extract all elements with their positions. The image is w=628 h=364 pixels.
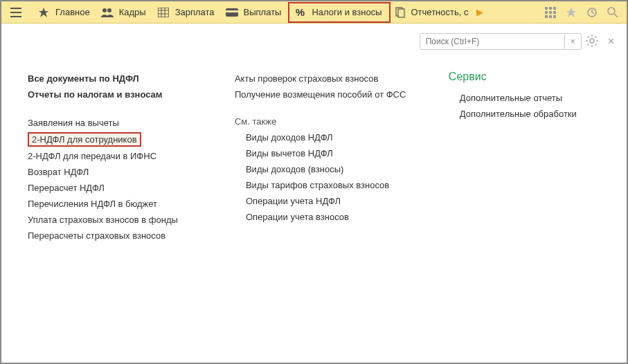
- history-icon[interactable]: [585, 6, 599, 19]
- link-insurance-recalc[interactable]: Перерасчеты страховых взносов: [28, 228, 214, 244]
- nav-label: Кадры: [119, 7, 146, 17]
- link-contribution-operations[interactable]: Операции учета взносов: [235, 209, 428, 225]
- main-toolbar: Главное Кадры Зарплата Выплаты % Налоги …: [1, 1, 627, 24]
- nav-more-arrow[interactable]: ▶: [472, 7, 487, 17]
- svg-line-27: [592, 12, 594, 14]
- column-ndfl: Все документы по НДФЛ Отчеты по налогам …: [28, 71, 214, 244]
- nav-zarplata[interactable]: Зарплата: [153, 2, 222, 23]
- svg-rect-0: [10, 8, 21, 9]
- link-insurance-audit-acts[interactable]: Акты проверок страховых взносов: [235, 71, 428, 87]
- link-deduction-applications[interactable]: Заявления на вычеты: [28, 115, 214, 131]
- nav-label: Зарплата: [175, 7, 215, 17]
- svg-line-38: [595, 36, 596, 37]
- svg-rect-15: [545, 7, 548, 10]
- svg-point-30: [590, 39, 594, 43]
- close-icon[interactable]: ×: [608, 35, 614, 48]
- nav-otchetnost[interactable]: Отчетность, с: [391, 2, 472, 23]
- svg-rect-6: [158, 8, 169, 17]
- link-tax-reports[interactable]: Отчеты по налогам и взносам: [28, 87, 214, 102]
- wallet-icon: [226, 6, 238, 19]
- favorite-icon[interactable]: [564, 6, 578, 19]
- star-icon: [37, 6, 50, 19]
- link-ndfl-operations[interactable]: Операции учета НДФЛ: [235, 193, 428, 209]
- link-2ndfl-employees[interactable]: 2-НДФЛ для сотрудников: [28, 132, 141, 147]
- link-fss-reimbursement[interactable]: Получение возмещения пособий от ФСС: [235, 87, 428, 102]
- content-area: × × Все документы по НДФЛ Отчеты по нало…: [1, 24, 627, 363]
- link-ndfl-recalc[interactable]: Перерасчет НДФЛ: [28, 180, 214, 196]
- link-insurance-payments[interactable]: Уплата страховых взносов в фонды: [28, 212, 214, 228]
- nav-kadry[interactable]: Кадры: [97, 2, 153, 23]
- gear-icon[interactable]: [586, 35, 598, 49]
- svg-point-4: [102, 8, 107, 12]
- svg-rect-20: [553, 11, 556, 14]
- link-contribution-income-types[interactable]: Виды доходов (взносы): [235, 161, 428, 177]
- svg-marker-24: [566, 8, 576, 17]
- search-box: ×: [420, 33, 582, 50]
- svg-line-37: [587, 44, 589, 45]
- svg-rect-1: [10, 12, 21, 13]
- search-icon[interactable]: [606, 6, 620, 19]
- link-insurance-tariff-types[interactable]: Виды тарифов страховых взносов: [235, 177, 428, 193]
- column-service: Сервис Дополнительные отчеты Дополнитель…: [449, 71, 600, 244]
- link-ndfl-budget[interactable]: Перечисления НДФЛ в бюджет: [28, 196, 214, 212]
- svg-point-28: [608, 8, 615, 15]
- svg-point-5: [107, 8, 111, 12]
- svg-rect-2: [10, 16, 21, 17]
- svg-rect-12: [226, 10, 238, 12]
- svg-line-35: [587, 36, 589, 37]
- people-icon: [101, 6, 114, 19]
- svg-rect-18: [545, 11, 548, 14]
- hamburger-icon: [10, 6, 22, 19]
- nav-label: Выплаты: [244, 7, 282, 17]
- svg-rect-19: [549, 11, 552, 14]
- svg-rect-14: [398, 9, 404, 17]
- nav-vyplaty[interactable]: Выплаты: [222, 2, 289, 23]
- see-also-header: См. также: [235, 113, 428, 129]
- search-clear-button[interactable]: ×: [565, 33, 582, 50]
- apps-icon[interactable]: [544, 6, 557, 19]
- nav-main[interactable]: Главное: [33, 2, 97, 23]
- toolbar-right: [544, 6, 624, 19]
- documents-icon: [395, 6, 406, 19]
- link-2ndfl-ifns[interactable]: 2-НДФЛ для передачи в ИФНС: [28, 148, 214, 164]
- nav-label: Налоги и взносы: [312, 7, 382, 17]
- link-ndfl-return[interactable]: Возврат НДФЛ: [28, 164, 214, 180]
- link-ndfl-deduction-types[interactable]: Виды вычетов НДФЛ: [235, 145, 428, 161]
- svg-rect-17: [553, 7, 556, 10]
- svg-rect-21: [545, 15, 548, 18]
- nav-nalogi[interactable]: % Налоги и взносы: [288, 2, 390, 23]
- table-icon: [157, 6, 170, 19]
- link-additional-processing[interactable]: Дополнительные обработки: [449, 106, 600, 122]
- svg-rect-22: [549, 15, 552, 18]
- svg-line-29: [614, 14, 618, 17]
- svg-rect-23: [553, 15, 556, 18]
- nav-label: Главное: [55, 7, 90, 17]
- service-header[interactable]: Сервис: [449, 71, 600, 83]
- column-middle: Акты проверок страховых взносов Получени…: [235, 71, 428, 244]
- percent-icon: %: [294, 6, 306, 19]
- menu-button[interactable]: [4, 2, 33, 23]
- svg-rect-16: [549, 7, 552, 10]
- svg-marker-3: [39, 8, 48, 17]
- link-all-ndfl-docs[interactable]: Все документы по НДФЛ: [28, 71, 214, 87]
- link-ndfl-income-types[interactable]: Виды доходов НДФЛ: [235, 129, 428, 145]
- link-additional-reports[interactable]: Дополнительные отчеты: [449, 90, 600, 106]
- nav-label: Отчетность, с: [411, 7, 469, 17]
- svg-line-36: [595, 44, 596, 45]
- search-input[interactable]: [420, 33, 565, 50]
